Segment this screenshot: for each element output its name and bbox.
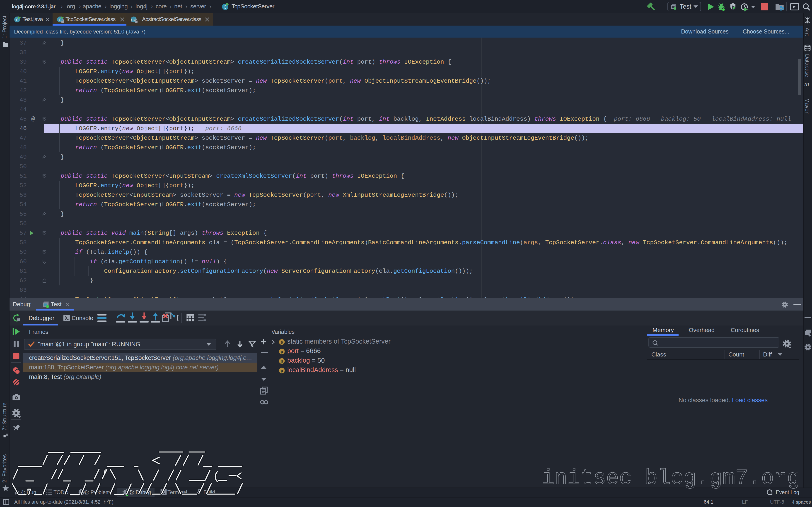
svg-text:s: s	[281, 340, 283, 344]
svg-text:p: p	[281, 359, 283, 363]
svg-text:p: p	[281, 368, 283, 373]
svg-text:p: p	[281, 349, 283, 354]
